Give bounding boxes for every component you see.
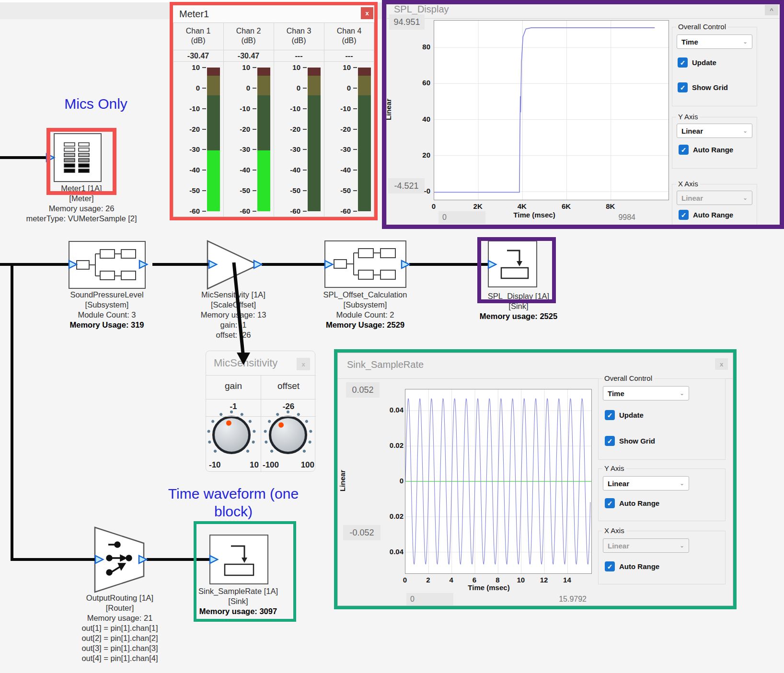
- block-gain: gain: -1: [176, 320, 291, 330]
- meter-scale-tick: 0: [173, 84, 200, 92]
- mic-panel-close-button[interactable]: x: [297, 358, 310, 370]
- sink-plot-area[interactable]: [405, 389, 592, 574]
- meter-scale-tick: -20: [223, 125, 250, 133]
- label-sink-samplerate: Sink_SampleRate [1A] [Sink] Memory usage…: [181, 586, 296, 616]
- sink-x-start-field[interactable]: 0: [406, 593, 453, 605]
- tick-mark: [353, 190, 357, 191]
- x-tick-label: 6: [465, 576, 484, 584]
- sink-icon: [498, 247, 532, 281]
- checkbox-label: Auto Range: [693, 146, 733, 154]
- spl-domain-dropdown[interactable]: Time ⌄: [677, 34, 752, 49]
- label-micsensitivity: MicSensitivity [1A] [ScaleOffset] Memory…: [176, 290, 291, 340]
- chevron-down-icon: ⌄: [743, 127, 748, 134]
- knob-tick-dot: [211, 420, 215, 423]
- sink-domain-dropdown[interactable]: Time ⌄: [603, 386, 689, 400]
- sink-icon: [221, 542, 257, 578]
- block-type: [Router]: [55, 603, 184, 613]
- dropdown-value: Linear: [681, 127, 703, 135]
- tick-mark: [202, 67, 206, 68]
- spl-plot-area[interactable]: [434, 20, 669, 200]
- sink-show-grid-checkbox[interactable]: ✓ Show Grid: [605, 436, 655, 446]
- tick-mark: [253, 88, 256, 89]
- tick-mark: [202, 129, 206, 130]
- vu-meter-bar: [257, 68, 270, 211]
- meter-scale-tick: -60: [324, 207, 351, 215]
- sink-x-auto-range-checkbox[interactable]: ✓ Auto Range: [605, 561, 659, 571]
- spl-show-grid-checkbox[interactable]: ✓ Show Grid: [678, 82, 728, 92]
- y-tick-label: 0.02: [390, 441, 404, 449]
- meter-scale-tick: -40: [324, 166, 351, 174]
- tick-mark: [353, 149, 357, 150]
- block-routing: out[4] = pin[1].chan[4]: [55, 653, 184, 663]
- sink-update-checkbox[interactable]: ✓ Update: [605, 410, 644, 420]
- sink-ymax-readout: 0.052: [346, 382, 380, 398]
- block-type: [ScaleOffset]: [176, 300, 291, 310]
- tick-mark: [202, 108, 206, 109]
- label-meter1: Meter1 [1A] [Meter] Memory usage: 26 met…: [14, 183, 149, 224]
- sink-y-auto-range-checkbox[interactable]: ✓ Auto Range: [605, 498, 659, 508]
- x-tick-label: 4K: [512, 202, 531, 210]
- meter-scale-tick: -30: [324, 145, 351, 153]
- meter-scale-tick: -60: [274, 207, 300, 215]
- block-type: [Meter]: [14, 194, 149, 204]
- block-output-routing[interactable]: [94, 526, 146, 593]
- knob-dial[interactable]: [212, 416, 251, 454]
- spl-collapse-button[interactable]: ^: [765, 5, 778, 15]
- x-tick-label: 8: [488, 576, 507, 584]
- y-tick-label: 0: [390, 477, 404, 485]
- sink-x-scale-dropdown[interactable]: Linear ⌄: [603, 538, 689, 553]
- knob-tick-dot: [270, 449, 274, 453]
- vu-meter-bar: [308, 68, 321, 211]
- checkbox-checked-icon: ✓: [678, 82, 688, 92]
- channel-reading: -30.47: [223, 52, 274, 60]
- meter-scale-tick: -20: [324, 125, 351, 133]
- spl-update-checkbox[interactable]: ✓ Update: [678, 57, 716, 68]
- knob-dial[interactable]: [269, 416, 307, 454]
- meter-scale-tick: -10: [173, 104, 200, 113]
- y-tick-label: 80: [409, 43, 430, 51]
- knob-tick-dot: [230, 411, 233, 413]
- spl-x-auto-range-checkbox[interactable]: ✓ Auto Range: [679, 210, 733, 220]
- tick-mark: [202, 149, 206, 150]
- tick-mark: [353, 67, 357, 68]
- block-routing: out[3] = pin[1].chan[3]: [55, 643, 184, 653]
- meter-scale-tick: -60: [223, 207, 250, 215]
- channel-reading: -30.47: [173, 52, 223, 60]
- sink-y-scale-dropdown[interactable]: Linear ⌄: [603, 476, 689, 490]
- offset-min-label: -100: [263, 460, 279, 470]
- sink-close-button[interactable]: x: [715, 358, 728, 370]
- audio-weaver-canvas: { "colors": { "highlight_red": "#f4504d"…: [0, 0, 784, 673]
- meter-channel-1: Chan 1(dB)-30.47100-10-20-30-40-50-60: [173, 23, 223, 217]
- y-tick-label: 0.02: [390, 512, 404, 520]
- meter1-window-title: Meter1: [179, 9, 209, 20]
- block-info: Memory usage: 21: [55, 613, 184, 623]
- tick-mark: [202, 88, 206, 89]
- sink-x-end-field[interactable]: 15.9792: [520, 593, 589, 605]
- spl-x-start-field[interactable]: 0: [438, 211, 485, 224]
- knob-tick-dot: [309, 430, 312, 433]
- sink-x-axis-label: Time (msec): [450, 583, 527, 592]
- spl-x-scale-dropdown[interactable]: Linear ⌄: [677, 191, 752, 205]
- meter1-close-button[interactable]: x: [361, 7, 373, 19]
- block-offset: offset: -26: [176, 330, 291, 340]
- tick-mark: [253, 190, 256, 191]
- spl-x-end-field[interactable]: 9984: [570, 211, 639, 224]
- meter-scale-tick: 0: [274, 84, 300, 92]
- meter-scale-tick: 0: [223, 84, 250, 92]
- knob-tick-dot: [252, 440, 255, 444]
- block-routing: out[2] = pin[1].chan[2]: [55, 633, 184, 643]
- block-micsensitivity[interactable]: [207, 240, 260, 290]
- block-name: Meter1 [1A]: [14, 183, 149, 194]
- knob-tick-dot: [264, 430, 267, 433]
- subsystem-icon: [75, 247, 140, 283]
- tick-mark: [202, 211, 206, 212]
- channel-reading: ---: [274, 52, 324, 60]
- meter-scale-tick: 10: [274, 63, 300, 71]
- x-tick-label: 0: [424, 202, 443, 210]
- spl-y-auto-range-checkbox[interactable]: ✓ Auto Range: [679, 145, 733, 155]
- annotation-mics-only: Mics Only: [29, 95, 163, 113]
- spl-y-axis-label: Linear: [384, 81, 392, 138]
- knob-tick-dot: [207, 430, 210, 433]
- spl-y-scale-dropdown[interactable]: Linear ⌄: [677, 124, 752, 138]
- block-info: Module Count: 2: [308, 310, 423, 320]
